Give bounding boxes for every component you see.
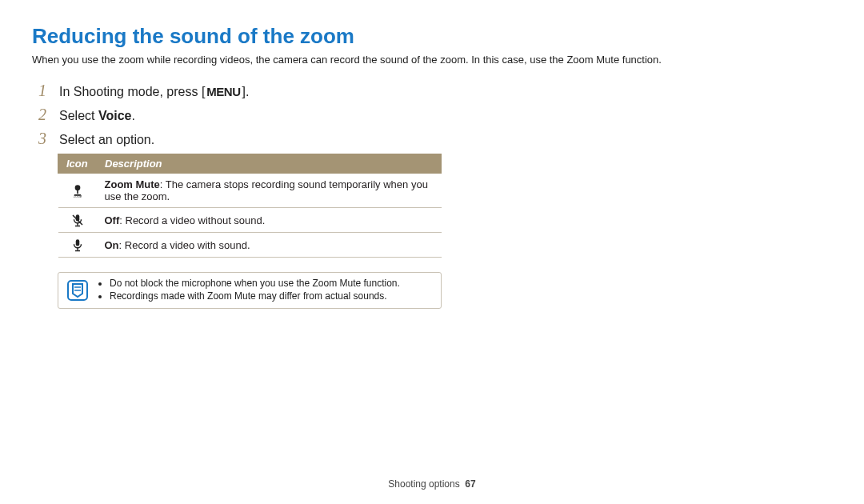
svg-rect-10 bbox=[75, 250, 80, 252]
svg-point-0 bbox=[74, 185, 80, 190]
table-row: Off: Record a video without sound. bbox=[58, 208, 442, 233]
mic-off-icon bbox=[58, 208, 97, 233]
step-number: 2 bbox=[38, 106, 59, 124]
steps-list: 1 In Shooting mode, press [Menu]. 2 Sele… bbox=[38, 82, 832, 148]
option-text: : Record a video with sound. bbox=[119, 239, 250, 251]
svg-rect-9 bbox=[77, 248, 78, 250]
text-fragment: ]. bbox=[242, 85, 250, 98]
footer-section: Shooting options bbox=[388, 478, 459, 490]
text-fragment: . bbox=[131, 109, 134, 122]
col-header-icon: Icon bbox=[58, 154, 97, 174]
cell-desc: On: Record a video with sound. bbox=[97, 233, 442, 258]
zoom-mute-icon: ZOOM bbox=[58, 174, 97, 208]
cell-desc: Off: Record a video without sound. bbox=[97, 208, 442, 233]
mic-on-icon bbox=[58, 233, 97, 258]
step-text: In Shooting mode, press [Menu]. bbox=[59, 85, 249, 99]
intro-text: When you use the zoom while recording vi… bbox=[32, 54, 832, 66]
col-header-description: Description bbox=[97, 154, 442, 174]
step-number: 1 bbox=[38, 82, 59, 100]
svg-rect-5 bbox=[77, 223, 78, 226]
text-fragment-bold: Voice bbox=[98, 109, 132, 122]
menu-button-label: Menu bbox=[205, 85, 242, 98]
step-2: 2 Select Voice. bbox=[38, 106, 832, 124]
option-text: : Record a video without sound. bbox=[119, 214, 265, 226]
table-row: On: Record a video with sound. bbox=[58, 233, 442, 258]
footer-page-number: 67 bbox=[465, 478, 475, 490]
table-row: ZOOM Zoom Mute: The camera stops recordi… bbox=[58, 174, 442, 208]
text-fragment: Select bbox=[59, 109, 98, 122]
note-icon bbox=[66, 279, 89, 302]
svg-rect-6 bbox=[75, 226, 80, 227]
notes-box: Do not block the microphone when you use… bbox=[58, 272, 442, 309]
step-text: Select Voice. bbox=[59, 109, 135, 123]
text-fragment: In Shooting mode, press [ bbox=[59, 85, 205, 98]
note-item: Recordings made with Zoom Mute may diffe… bbox=[110, 290, 400, 302]
step-number: 3 bbox=[38, 130, 59, 148]
svg-rect-8 bbox=[75, 239, 79, 246]
notes-list: Do not block the microphone when you use… bbox=[97, 278, 400, 303]
option-name: On bbox=[105, 239, 119, 251]
option-name: Off bbox=[105, 214, 120, 226]
note-item: Do not block the microphone when you use… bbox=[110, 278, 400, 289]
svg-rect-1 bbox=[77, 190, 78, 194]
step-text: Select an option. bbox=[59, 133, 154, 147]
step-3: 3 Select an option. bbox=[38, 130, 832, 148]
step-1: 1 In Shooting mode, press [Menu]. bbox=[38, 82, 832, 100]
cell-desc: Zoom Mute: The camera stops recording so… bbox=[97, 174, 442, 208]
svg-text:ZOOM: ZOOM bbox=[74, 195, 82, 198]
option-name: Zoom Mute bbox=[105, 178, 160, 190]
page-title: Reducing the sound of the zoom bbox=[32, 24, 832, 49]
page-footer: Shooting options 67 bbox=[0, 478, 864, 490]
options-table: Icon Description ZOOM Zoom Mute: The cam… bbox=[58, 154, 442, 258]
